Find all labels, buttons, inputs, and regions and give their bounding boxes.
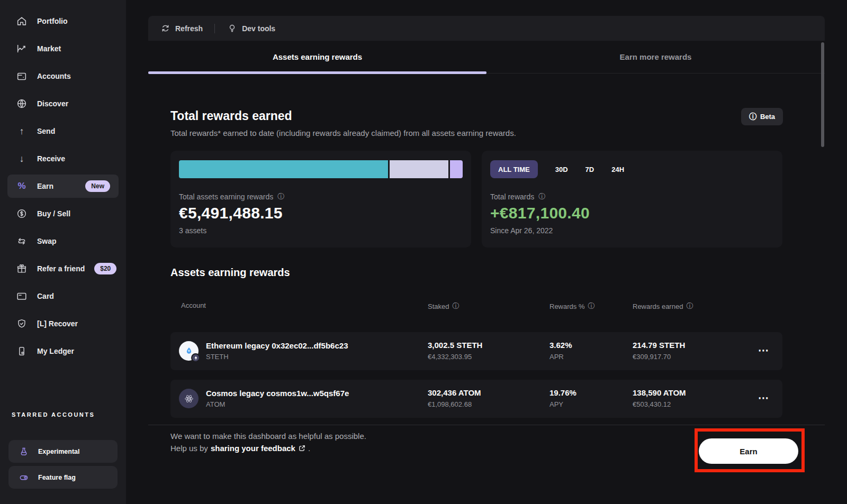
staked-crypto: 302,436 ATOM	[428, 388, 481, 397]
sidebar-item-accounts[interactable]: Accounts	[0, 62, 126, 90]
range-7d[interactable]: 7D	[585, 166, 594, 173]
scrollbar-thumb[interactable]	[821, 42, 824, 147]
topbar-divider	[214, 24, 215, 33]
header-rewards-pct-label: Rewards %	[549, 303, 584, 310]
staked-cell: 3,002.5 STETH €4,332,303.95	[428, 341, 482, 361]
sidebar-item-refer[interactable]: Refer a friend $20	[0, 255, 126, 282]
earn-button[interactable]: Earn	[699, 438, 798, 464]
info-icon[interactable]: ⓘ	[452, 301, 459, 311]
table-row-ethereum[interactable]: Ethereum legacy 0x32ec02...df5b6c23 STET…	[170, 332, 782, 370]
header-account-label: Account	[181, 301, 206, 309]
sidebar-item-label: Portfolio	[37, 17, 110, 25]
home-icon	[16, 15, 28, 27]
devtools-button[interactable]: Dev tools	[227, 23, 275, 34]
sidebar-item-label: Receive	[37, 154, 110, 163]
staked-fiat: €1,098,602.68	[428, 400, 481, 408]
atom-coin-icon	[179, 389, 199, 408]
feature-flag-button[interactable]: Feature flag	[8, 466, 118, 489]
time-range-selector: ALL TIME 30D 7D 24H	[490, 160, 774, 178]
wallet-icon	[16, 70, 28, 82]
info-icon[interactable]: ⓘ	[277, 192, 284, 201]
assets-count: 3 assets	[179, 226, 463, 235]
rate-type: APR	[549, 353, 572, 361]
shield-check-icon	[16, 318, 28, 329]
account-cell: Ethereum legacy 0x32ec02...df5b6c23 STET…	[179, 341, 348, 361]
range-30d[interactable]: 30D	[555, 166, 568, 173]
table-header: Account Staked ⓘ Rewards % ⓘ Rewards ear…	[170, 301, 782, 312]
ethereum-network-badge-icon	[191, 353, 200, 362]
experimental-label: Experimental	[38, 448, 80, 455]
info-icon[interactable]: ⓘ	[538, 192, 545, 201]
rewards-earned-cell: 214.79 STETH €309,917.70	[633, 341, 685, 361]
earned-fiat: €309,917.70	[633, 353, 685, 361]
feedback-line-1: We want to make this dashboard as helpfu…	[170, 432, 366, 441]
sidebar-item-send[interactable]: ↑ Send	[0, 117, 126, 145]
flask-icon	[18, 446, 30, 457]
account-text: Cosmos legacy cosmos1w...w5qsf67e ATOM	[206, 389, 349, 408]
arrow-up-icon: ↑	[16, 125, 28, 137]
percent-icon: %	[16, 180, 28, 192]
feedback-line-2: Help us by sharing your feedback .	[170, 444, 310, 453]
sidebar-item-market[interactable]: Market	[0, 35, 126, 62]
feedback-prefix: Help us by	[170, 444, 208, 453]
row-menu-icon[interactable]: ⋯	[758, 344, 769, 356]
info-icon[interactable]: ⓘ	[588, 301, 594, 311]
total-rewards-label: Total rewards	[490, 193, 534, 201]
bar-segment-purple	[450, 160, 463, 178]
rate-value: 19.76%	[549, 388, 576, 397]
page-subtitle: Total rewards* earned to date (including…	[170, 129, 516, 138]
sidebar-item-portfolio[interactable]: Portfolio	[0, 7, 126, 35]
refresh-button[interactable]: Refresh	[160, 23, 203, 34]
beta-label: Beta	[760, 113, 775, 121]
footer-divider	[148, 425, 825, 425]
sidebar-item-label: Buy / Sell	[37, 209, 110, 218]
gift-icon	[16, 263, 28, 274]
ledger-live-app: Portfolio Market Accounts Discover	[0, 0, 847, 504]
credit-card-icon	[16, 290, 28, 302]
info-icon[interactable]: ⓘ	[686, 301, 693, 311]
topbar: Refresh Dev tools	[148, 16, 825, 41]
total-assets-value: €5,491,488.15	[179, 204, 463, 222]
staked-cell: 302,436 ATOM €1,098,602.68	[428, 388, 481, 408]
sidebar-item-label: [L] Recover	[37, 319, 110, 328]
feature-flag-label: Feature flag	[38, 474, 76, 481]
account-ticker: STETH	[206, 353, 348, 361]
beta-badge[interactable]: ⓘ Beta	[741, 108, 783, 125]
refresh-label: Refresh	[175, 24, 203, 33]
account-name: Cosmos legacy cosmos1w...w5qsf67e	[206, 389, 349, 398]
chart-line-icon	[16, 43, 28, 54]
sidebar-item-discover[interactable]: Discover	[0, 90, 126, 117]
sidebar-item-earn[interactable]: % Earn New	[7, 175, 119, 198]
feedback-link[interactable]: sharing your feedback	[211, 444, 305, 453]
sidebar-item-my-ledger[interactable]: My Ledger	[0, 337, 126, 365]
sidebar-item-recover[interactable]: [L] Recover	[0, 310, 126, 337]
sidebar-item-label: My Ledger	[37, 347, 110, 355]
sidebar-item-label: Swap	[37, 237, 110, 245]
sidebar-item-receive[interactable]: ↓ Receive	[0, 145, 126, 172]
rewards-since-date: Since Apr 26, 2022	[490, 226, 774, 235]
sidebar-nav: Portfolio Market Accounts Discover	[0, 7, 126, 365]
table-row-cosmos[interactable]: Cosmos legacy cosmos1w...w5qsf67e ATOM 3…	[170, 380, 782, 418]
range-all-time[interactable]: ALL TIME	[490, 160, 538, 178]
external-link-icon	[299, 445, 305, 452]
tab-earn-more-rewards[interactable]: Earn more rewards	[486, 41, 825, 73]
total-assets-label-row: Total assets earning rewards ⓘ	[179, 192, 463, 201]
feedback-link-label: sharing your feedback	[211, 444, 295, 453]
experimental-button[interactable]: Experimental	[8, 440, 118, 463]
account-name: Ethereum legacy 0x32ec02...df5b6c23	[206, 341, 348, 350]
starred-accounts-label: STARRED ACCOUNTS	[12, 411, 95, 418]
header-account: Account	[181, 301, 206, 309]
total-rewards-card: ALL TIME 30D 7D 24H Total rewards ⓘ +€81…	[482, 151, 782, 248]
sidebar-item-buy-sell[interactable]: Buy / Sell	[0, 200, 126, 227]
tab-assets-earning-rewards[interactable]: Assets earning rewards	[148, 41, 486, 73]
rewards-earned-cell: 138,590 ATOM €503,430.12	[633, 388, 686, 408]
range-24h[interactable]: 24H	[611, 166, 624, 173]
sidebar-item-swap[interactable]: Swap	[0, 227, 126, 255]
assets-table-title: Assets earning rewards	[170, 267, 290, 279]
row-menu-icon[interactable]: ⋯	[758, 391, 769, 404]
sidebar-item-label: Discover	[37, 99, 110, 108]
sidebar-item-card[interactable]: Card	[0, 282, 126, 310]
toggle-icon	[18, 472, 30, 483]
sidebar-item-label: Refer a friend	[37, 264, 85, 273]
arrow-down-icon: ↓	[16, 153, 28, 164]
